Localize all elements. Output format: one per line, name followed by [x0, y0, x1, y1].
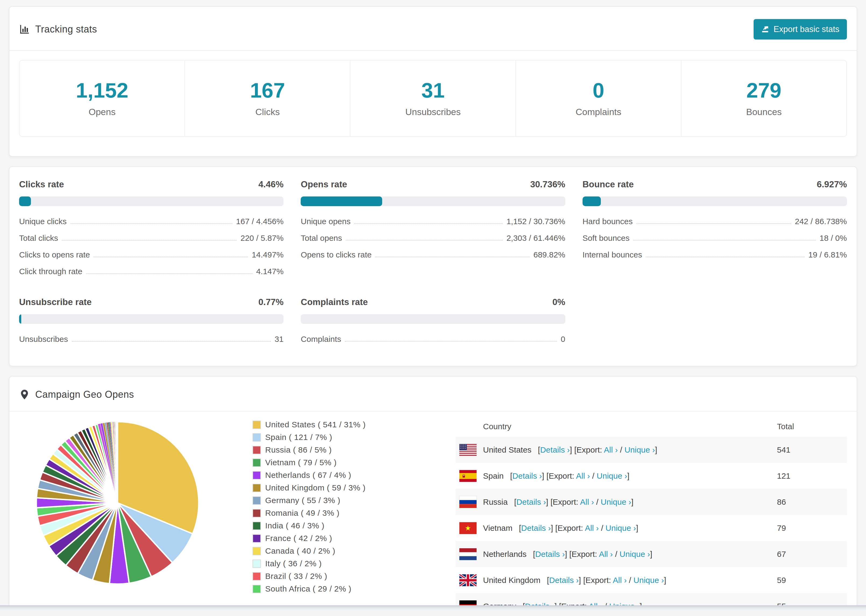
stat-label: Unsubscribes [405, 107, 461, 117]
country-links: [Details ›] [Export: All › / Unique ›] [547, 576, 666, 585]
legend-label: United States ( 541 / 31% ) [265, 420, 366, 429]
details-link[interactable]: Details › [521, 523, 551, 533]
geo-table-row-gb: United Kingdom [Details ›] [Export: All … [456, 567, 847, 593]
details-link[interactable]: Details › [516, 498, 546, 506]
header-divider [9, 50, 857, 51]
country-links: [Details ›] [Export: All › / Unique ›] [519, 523, 638, 533]
legend-item-vietnam[interactable]: Vietnam ( 79 / 5% ) [252, 458, 399, 467]
export-all-link[interactable]: All › [613, 576, 627, 585]
rate-progress-fill [583, 196, 601, 206]
legend-item-united-kingdom[interactable]: United Kingdom ( 59 / 3% ) [252, 483, 399, 492]
geo-table-header-country: Country [456, 422, 775, 431]
legend-swatch [252, 522, 261, 530]
stat-cell-bounces: 279Bounces [681, 60, 846, 136]
legend-item-germany[interactable]: Germany ( 55 / 3% ) [252, 496, 399, 505]
export-all-link[interactable]: All › [604, 445, 618, 454]
rate-section-head: Unsubscribe rate0.77% [19, 297, 283, 307]
legend-item-canada[interactable]: Canada ( 40 / 2% ) [252, 546, 399, 556]
legend-label: India ( 46 / 3% ) [265, 521, 324, 530]
geo-table-header: Country Total [456, 416, 847, 437]
geo-opens-pie-chart[interactable] [34, 420, 201, 586]
legend-label: South Africa ( 29 / 2% ) [265, 584, 351, 593]
legend-item-france[interactable]: France ( 42 / 2% ) [252, 534, 399, 543]
legend-item-south-africa[interactable]: South Africa ( 29 / 2% ) [252, 584, 399, 593]
legend-item-russia[interactable]: Russia ( 86 / 5% ) [252, 445, 399, 454]
legend-item-united-states[interactable]: United States ( 541 / 31% ) [252, 420, 399, 429]
details-link[interactable]: Details › [549, 576, 579, 585]
geo-row-total: 121 [775, 471, 847, 481]
export-all-link[interactable]: All › [580, 498, 594, 506]
stat-value: 31 [422, 80, 445, 101]
rate-progress-bar [19, 314, 283, 324]
legend-swatch [252, 421, 261, 429]
tracking-stats-card: Tracking stats Export basic stats 1,152O… [9, 6, 857, 157]
export-all-link[interactable]: All › [585, 523, 599, 533]
rate-section-title: Complaints rate [301, 297, 368, 307]
tracking-stats-title: Tracking stats [35, 24, 97, 35]
dotted-leader [346, 240, 503, 240]
legend-item-romania[interactable]: Romania ( 49 / 3% ) [252, 509, 399, 518]
stat-cell-clicks: 167Clicks [184, 60, 350, 136]
country-name: Russia [483, 498, 508, 507]
rates-row-2: Unsubscribe rate0.77%Unsubscribes31Compl… [9, 284, 857, 351]
export-all-link[interactable]: All › [576, 471, 590, 480]
rate-section-bounce-rate: Bounce rate6.927%Hard bounces242 / 86.73… [583, 179, 847, 284]
rate-detail-label: Hard bounces [583, 217, 633, 226]
export-unique-link[interactable]: Unique › [620, 550, 650, 558]
legend-swatch [252, 459, 261, 467]
rate-progress-bar [301, 314, 565, 324]
legend-item-brazil[interactable]: Brazil ( 33 / 2% ) [252, 572, 399, 581]
legend-item-spain[interactable]: Spain ( 121 / 7% ) [252, 433, 399, 442]
rate-progress-bar [19, 196, 283, 206]
legend-swatch [252, 547, 261, 555]
rate-detail-value: 18 / 0% [819, 234, 847, 243]
geo-row-country: Russia [Details ›] [Export: All › / Uniq… [456, 496, 775, 508]
rate-detail-value: 0 [561, 335, 565, 344]
details-link[interactable]: Details › [540, 445, 570, 454]
rate-detail-label: Complaints [301, 335, 341, 344]
geo-row-total: 541 [775, 445, 847, 454]
details-link[interactable]: Details › [535, 550, 565, 558]
export-basic-stats-label: Export basic stats [773, 24, 839, 34]
geo-title-wrap: Campaign Geo Opens [19, 389, 134, 400]
geo-row-total: 79 [775, 523, 847, 533]
legend-swatch [252, 559, 261, 568]
country-name: Netherlands [483, 550, 527, 559]
export-unique-link[interactable]: Unique › [601, 498, 631, 506]
rate-progress-fill [19, 196, 31, 206]
country-links: [Details ›] [Export: All › / Unique ›] [510, 471, 630, 481]
rate-section-value: 30.736% [530, 179, 565, 190]
export-all-link[interactable]: All › [599, 550, 613, 558]
geo-header: Campaign Geo Opens [9, 377, 857, 411]
stat-cell-opens: 1,152Opens [20, 60, 184, 136]
geo-table-header-total: Total [775, 422, 847, 431]
rate-detail-label: Total clicks [19, 234, 58, 243]
rate-detail-value: 14.497% [252, 250, 283, 259]
rate-detail-label: Click through rate [19, 267, 82, 276]
details-link[interactable]: Details › [512, 471, 542, 480]
legend-item-netherlands[interactable]: Netherlands ( 67 / 4% ) [252, 471, 399, 480]
geo-table-rows: United States [Details ›] [Export: All ›… [456, 437, 847, 610]
dotted-leader [72, 341, 271, 342]
rate-detail-row: Opens to clicks rate689.82% [301, 250, 565, 259]
export-unique-link[interactable]: Unique › [605, 523, 636, 533]
rate-section-value: 4.46% [258, 179, 284, 190]
country-links: [Details ›] [Export: All › / Unique ›] [538, 445, 657, 454]
legend-item-india[interactable]: India ( 46 / 3% ) [252, 521, 399, 530]
export-basic-stats-button[interactable]: Export basic stats [754, 19, 847, 39]
rate-detail-rows: Unique clicks167 / 4.456%Total clicks220… [19, 217, 283, 276]
legend-swatch [252, 585, 261, 593]
legend-item-italy[interactable]: Italy ( 36 / 2% ) [252, 559, 399, 568]
legend-swatch [252, 497, 261, 505]
rate-detail-label: Unique opens [301, 217, 350, 226]
rate-detail-rows: Complaints0 [301, 335, 565, 344]
stat-value: 1,152 [76, 80, 128, 101]
stat-cell-unsubscribes: 31Unsubscribes [350, 60, 515, 136]
rate-section-value: 6.927% [817, 179, 847, 190]
export-unique-link[interactable]: Unique › [597, 471, 627, 480]
rate-section-opens-rate: Opens rate30.736%Unique opens1,152 / 30.… [301, 179, 565, 284]
export-unique-link[interactable]: Unique › [625, 445, 655, 454]
rate-section-value: 0% [553, 297, 565, 307]
rate-detail-value: 19 / 6.81% [808, 250, 847, 259]
export-unique-link[interactable]: Unique › [633, 576, 664, 585]
